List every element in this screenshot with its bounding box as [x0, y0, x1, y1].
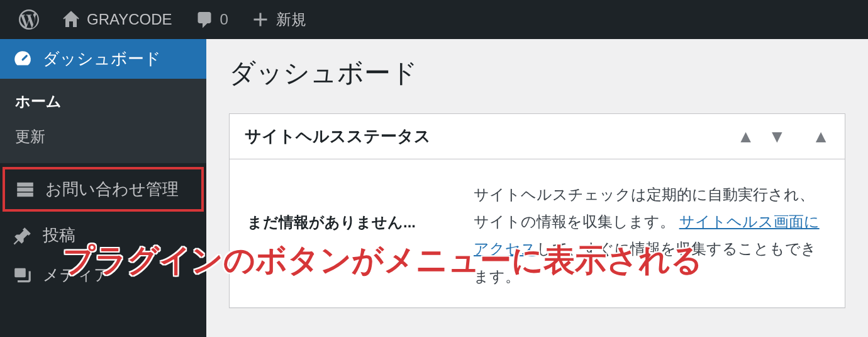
- new-label: 新規: [276, 9, 306, 30]
- admin-bar-new[interactable]: 新規: [240, 0, 318, 39]
- site-name: GRAYCODE: [87, 11, 172, 28]
- comment-icon: [195, 10, 214, 29]
- move-up-icon[interactable]: ▲: [737, 128, 755, 146]
- admin-bar: GRAYCODE 0 新規: [0, 0, 868, 39]
- posts-label: 投稿: [43, 224, 75, 246]
- admin-sidebar: ダッシュボード ホーム 更新 お問い合わせ管理 投稿 メディア: [0, 39, 206, 337]
- site-health-title: サイトヘルスステータス: [245, 125, 431, 147]
- page-title: ダッシュボード: [229, 55, 845, 91]
- media-label: メディア: [43, 264, 111, 286]
- admin-bar-comments[interactable]: 0: [184, 0, 240, 39]
- submenu-item-updates[interactable]: 更新: [0, 119, 206, 154]
- postbox-header: サイトヘルスステータス ▲ ▼ ▲: [230, 114, 845, 159]
- sidebar-item-media[interactable]: メディア: [0, 255, 206, 295]
- dashboard-submenu: ホーム 更新: [0, 79, 206, 163]
- dashboard-icon: [13, 49, 33, 69]
- site-health-description: サイトヘルスチェックは定期的に自動実行され、サイトの情報を収集します。 サイトヘ…: [474, 181, 827, 290]
- sidebar-item-dashboard[interactable]: ダッシュボード: [0, 39, 206, 79]
- pin-icon: [13, 226, 33, 246]
- site-health-postbox: サイトヘルスステータス ▲ ▼ ▲ まだ情報がありません... サイトヘルスチェ…: [229, 113, 845, 308]
- postbox-body: まだ情報がありません... サイトヘルスチェックは定期的に自動実行され、サイトの…: [230, 159, 845, 307]
- toggle-icon[interactable]: ▲: [812, 128, 830, 146]
- sidebar-item-posts[interactable]: 投稿: [0, 215, 206, 255]
- move-down-icon[interactable]: ▼: [769, 128, 786, 146]
- postbox-handles: ▲ ▼ ▲: [737, 128, 830, 146]
- site-health-no-info: まだ情報がありません...: [247, 181, 448, 290]
- main-content: ダッシュボード サイトヘルスステータス ▲ ▼ ▲ まだ情報がありません... …: [206, 39, 868, 337]
- wordpress-icon: [19, 9, 39, 30]
- admin-bar-site[interactable]: GRAYCODE: [50, 0, 184, 39]
- plus-icon: [251, 10, 270, 29]
- submenu-item-home[interactable]: ホーム: [0, 84, 206, 119]
- home-icon: [62, 10, 81, 29]
- sidebar-item-contact-admin[interactable]: お問い合わせ管理: [3, 167, 204, 212]
- wordpress-logo[interactable]: [8, 0, 50, 39]
- media-icon: [13, 265, 33, 285]
- comment-count: 0: [220, 11, 228, 28]
- dashboard-label: ダッシュボード: [43, 48, 161, 70]
- contact-admin-label: お問い合わせ管理: [45, 178, 179, 200]
- list-icon: [15, 180, 35, 200]
